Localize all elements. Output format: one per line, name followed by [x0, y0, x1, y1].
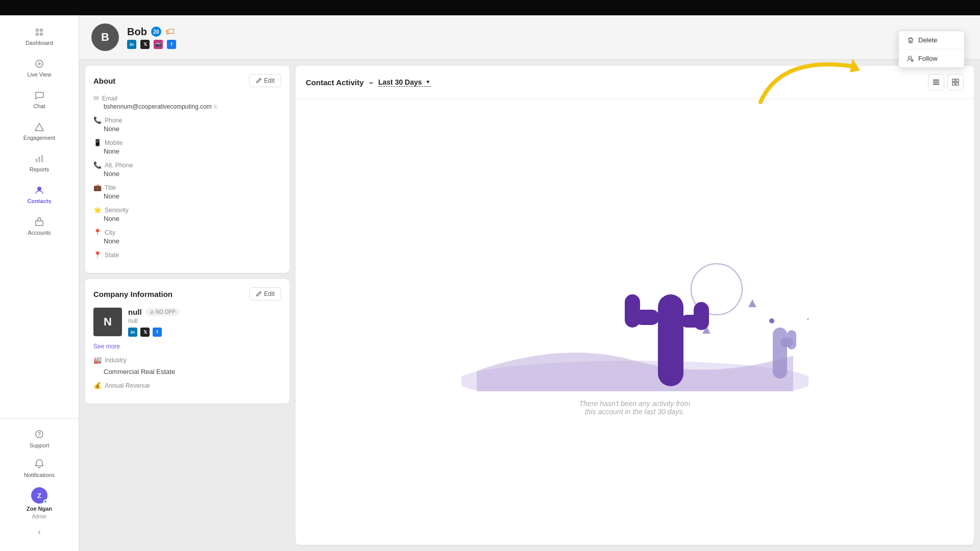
facebook-icon[interactable]: f	[167, 40, 176, 49]
see-more-button[interactable]: See more	[93, 343, 281, 350]
user-role: Admin	[32, 514, 46, 519]
company-info-row: N null ⊘ NO OPP null	[93, 308, 281, 337]
dashboard-label: Dashboard	[26, 40, 53, 46]
chat-icon	[34, 90, 45, 101]
list-view-button[interactable]	[928, 74, 944, 90]
sidebar-item-chat[interactable]: Chat	[0, 84, 79, 115]
company-edit-button[interactable]: Edit	[249, 287, 281, 300]
industry-icon: 🏭	[93, 356, 102, 364]
company-edit-icon	[256, 291, 262, 297]
industry-value: Commercial Real Estate	[93, 368, 281, 375]
support-icon: ?	[34, 429, 44, 440]
about-edit-button[interactable]: Edit	[249, 74, 281, 87]
email-icon: ✉	[93, 94, 99, 102]
sidebar-item-dashboard[interactable]: Dashboard	[0, 20, 79, 52]
collapse-sidebar-button[interactable]: ‹	[4, 523, 75, 541]
dashboard-icon	[34, 27, 45, 38]
mobile-value: None	[93, 147, 279, 155]
empty-illustration	[461, 228, 808, 391]
title-field-row: 💼 Title None	[93, 184, 279, 200]
sidebar-item-reports[interactable]: Reports	[0, 147, 79, 179]
contact-name-row: Bob 20 🏷	[127, 26, 176, 38]
sidebar-item-accounts[interactable]: Accounts	[0, 210, 79, 242]
company-social-icons: in 𝕏 f	[128, 328, 281, 337]
contact-avatar: B	[91, 23, 119, 51]
about-card-header: About Edit	[93, 74, 281, 87]
company-linkedin-icon[interactable]: in	[128, 328, 137, 337]
company-twitter-icon[interactable]: 𝕏	[140, 328, 150, 337]
city-label: City	[105, 229, 115, 236]
email-label: Email	[102, 95, 117, 102]
user-avatar: Z	[31, 487, 47, 504]
accounts-icon	[34, 216, 45, 228]
company-subtitle: null	[128, 317, 281, 324]
contact-badge: 20	[151, 27, 161, 37]
follow-icon	[907, 55, 914, 62]
edit-icon	[256, 78, 262, 84]
live-view-label: Live View	[28, 71, 52, 78]
state-field-row: 📍 State	[93, 251, 279, 259]
grid-view-button[interactable]	[947, 74, 964, 90]
follow-action-item[interactable]: Follow	[899, 49, 964, 67]
revenue-label: Annual Revenue	[105, 382, 150, 389]
svg-rect-23	[658, 294, 683, 386]
period-dropdown-icon: ▼	[426, 79, 431, 85]
activity-header: Contact Activity – Last 30 Days ▼	[296, 66, 974, 99]
contact-name: Bob	[127, 26, 147, 38]
city-field-row: 📍 City None	[93, 229, 279, 245]
alt-phone-field-row: 📞 Alt. Phone None	[93, 161, 279, 178]
svg-rect-11	[933, 84, 939, 85]
sidebar-item-contacts[interactable]: Contacts	[0, 179, 79, 210]
company-title: Company Information	[93, 290, 173, 298]
svg-rect-13	[956, 79, 959, 82]
sidebar: Dashboard Live View C	[0, 15, 79, 551]
sidebar-item-support[interactable]: ? Support	[4, 424, 75, 454]
reports-icon	[34, 153, 45, 164]
activity-title: Contact Activity – Last 30 Days ▼	[306, 78, 431, 87]
contact-info: Bob 20 🏷 in 𝕏 📷 f	[127, 26, 176, 49]
engagement-icon	[34, 121, 45, 133]
company-logo: N	[93, 308, 122, 336]
left-panel: About Edit ✉ Emai	[85, 66, 289, 545]
contacts-icon	[34, 185, 45, 196]
action-dropdown: Delete Follow	[898, 31, 965, 68]
industry-field-row: 🏭 Industry Commercial Real Estate	[93, 356, 281, 375]
user-name: Zoe Ngan	[27, 506, 52, 512]
content-area: B Bob 20 🏷 in 𝕏 📷 f	[79, 15, 980, 551]
alt-phone-value: None	[93, 170, 279, 178]
sidebar-nav: Dashboard Live View C	[0, 20, 79, 418]
about-title: About	[93, 77, 115, 85]
delete-icon	[907, 37, 914, 44]
svg-rect-28	[773, 328, 787, 379]
copy-email-icon[interactable]: ⎘	[214, 104, 217, 110]
svg-rect-30	[787, 330, 796, 349]
delete-action-item[interactable]: Delete	[899, 31, 964, 49]
phone-field-row: 📞 Phone None	[93, 116, 279, 133]
sidebar-item-notifications[interactable]: Notifications	[4, 454, 75, 483]
revenue-field-row: 💰 Annual Revenue	[93, 382, 281, 389]
sidebar-item-engagement[interactable]: Engagement	[0, 115, 79, 147]
svg-point-22	[769, 318, 774, 323]
instagram-icon[interactable]: 📷	[154, 40, 163, 49]
svg-point-5	[37, 187, 41, 191]
company-facebook-icon[interactable]: f	[153, 328, 162, 337]
svg-rect-15	[956, 83, 959, 85]
user-profile[interactable]: Z Zoe Ngan Admin	[4, 483, 75, 523]
svg-rect-12	[952, 79, 955, 82]
svg-point-1	[38, 62, 41, 65]
sidebar-item-live-view[interactable]: Live View	[0, 52, 79, 84]
company-name: null	[128, 308, 142, 316]
phone-icon: 📞	[93, 116, 102, 124]
accounts-label: Accounts	[28, 230, 51, 236]
svg-rect-6	[36, 221, 43, 226]
empty-state-text: There hasn't been any activity from this…	[579, 399, 690, 416]
twitter-icon[interactable]: 𝕏	[140, 40, 150, 49]
title-icon: 💼	[93, 184, 102, 191]
alt-phone-label: Alt. Phone	[105, 162, 133, 169]
linkedin-icon[interactable]: in	[127, 40, 136, 49]
period-selector[interactable]: Last 30 Days ▼	[378, 78, 431, 87]
contact-tag-icon: 🏷	[165, 27, 175, 37]
seniority-field-row: ⭐ Seniority None	[93, 206, 279, 222]
svg-text:?: ?	[38, 432, 41, 437]
sidebar-bottom: ? Support Notifications Z	[0, 418, 79, 546]
